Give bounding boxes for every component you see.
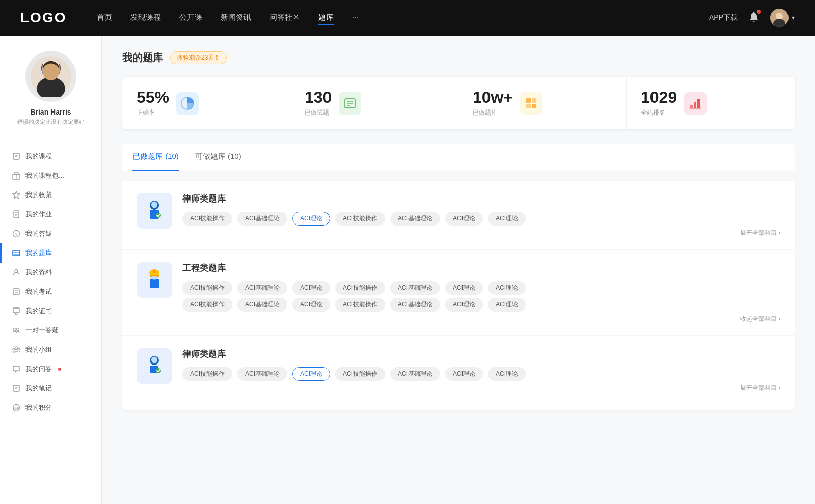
svg-rect-7 [13, 153, 19, 159]
trial-badge: 体验剩余23天！ [170, 51, 227, 64]
tag[interactable]: ACI理论 [445, 367, 483, 381]
tag[interactable]: ACI基础理论 [390, 281, 440, 295]
nav-qbank[interactable]: 题库 [318, 11, 334, 25]
nav-news[interactable]: 新闻资讯 [221, 11, 251, 25]
notes-icon [12, 384, 20, 393]
svg-point-63 [151, 276, 158, 280]
qbank-card-1-tags: ACI技能操作 ACI基础理论 ACI理论 ACI技能操作 ACI基础理论 AC… [182, 212, 780, 226]
tag[interactable]: ACI技能操作 [335, 212, 385, 226]
nav-open-course[interactable]: 公开课 [179, 11, 202, 25]
sidebar-item-my-qanda[interactable]: 我的问答 [0, 359, 101, 379]
tab-todo[interactable]: 可做题库 (10) [195, 144, 241, 171]
sidebar-item-my-course[interactable]: 我的课程 [0, 147, 101, 166]
svg-rect-47 [532, 104, 536, 108]
tab-done[interactable]: 已做题库 (10) [132, 144, 179, 171]
sidebar-item-my-homework[interactable]: 我的作业 [0, 205, 101, 224]
sidebar-item-my-course-pkg[interactable]: 我的课程包... [0, 166, 101, 185]
tag[interactable]: ACI技能操作 [182, 281, 232, 295]
sidebar-item-my-qa[interactable]: ? 我的答疑 [0, 224, 101, 243]
tag[interactable]: ACI理论 [292, 281, 330, 295]
tag[interactable]: ACI理论 [445, 212, 483, 226]
stat-banks: 10w+ 已做题库 [458, 77, 627, 129]
lawyer2-icon [142, 354, 167, 378]
page-wrapper: Brian Harris 错误的决定比没有决定要好 我的课程 我的课程包... … [0, 36, 815, 504]
nav-menu: 首页 发现课程 公开课 新闻资讯 问答社区 题库 ··· [97, 11, 709, 25]
stat-ranking-icon-wrapper [684, 92, 707, 115]
app-download-button[interactable]: APP下载 [709, 13, 738, 22]
nav-more[interactable]: ··· [352, 11, 359, 25]
tag[interactable]: ACI基础理论 [237, 367, 287, 381]
stat-accuracy-label: 正确率 [137, 108, 169, 117]
pie-chart-icon [180, 96, 195, 111]
profile-motto: 错误的决定比没有决定要好 [7, 118, 95, 126]
tag[interactable]: ACI技能操作 [335, 367, 385, 381]
grid-icon [524, 96, 539, 111]
svg-point-31 [15, 347, 18, 350]
svg-point-65 [151, 357, 157, 363]
tag[interactable]: ACI理论 [445, 298, 483, 312]
qanda-red-dot [58, 368, 61, 371]
svg-marker-13 [13, 191, 20, 199]
tag[interactable]: ACI理论 [445, 281, 483, 295]
sidebar-item-my-points[interactable]: 积分 我的积分 [0, 398, 101, 417]
expand-link-3[interactable]: 展开全部科目 › [182, 384, 780, 393]
qbank-card-2-tags-row1: ACI技能操作 ACI基础理论 ACI理论 ACI技能操作 ACI基础理论 AC… [182, 281, 780, 295]
tag[interactable]: ACI基础理论 [390, 367, 440, 381]
qbank-section: 已做题库 (10) 可做题库 (10) [122, 144, 795, 410]
stat-questions-number: 130 [305, 89, 332, 105]
tag[interactable]: ACI理论 [488, 367, 526, 381]
tag[interactable]: ACI基础理论 [237, 281, 287, 295]
tag[interactable]: ACI基础理论 [390, 212, 440, 226]
sidebar-item-my-group[interactable]: 我的小组 [0, 340, 101, 359]
sidebar-item-my-profile[interactable]: 我的资料 [0, 263, 101, 282]
qbank-card-3-icon [137, 348, 172, 384]
tag[interactable]: ACI基础理论 [237, 212, 287, 226]
user-avatar-menu[interactable]: ▾ [770, 9, 795, 27]
stat-questions-label: 已做试题 [305, 108, 332, 117]
qbank-card-1-icon [137, 193, 172, 229]
package-icon [12, 172, 20, 180]
nav-home[interactable]: 首页 [97, 11, 112, 25]
course-icon [12, 152, 20, 160]
sidebar-item-my-qbank[interactable]: 我的题库 [0, 243, 101, 263]
sidebar-menu: 我的课程 我的课程包... 我的收藏 我的作业 ? 我的答疑 [0, 147, 101, 417]
svg-point-28 [15, 313, 17, 315]
tag[interactable]: ACI理论 [292, 367, 330, 381]
nav-qa[interactable]: 问答社区 [269, 11, 300, 25]
main-content: 我的题库 体验剩余23天！ 55% 正确率 [102, 36, 815, 504]
qbank-card-1: 律师类题库 ACI技能操作 ACI基础理论 ACI理论 ACI技能操作 ACI基… [122, 181, 795, 250]
tag[interactable]: ACI技能操作 [335, 281, 385, 295]
tag[interactable]: ACI基础理论 [237, 298, 287, 312]
tag[interactable]: ACI技能操作 [335, 298, 385, 312]
tag[interactable]: ACI理论 [488, 281, 526, 295]
stat-accuracy-number: 55% [137, 89, 169, 105]
tag[interactable]: ACI理论 [488, 298, 526, 312]
tag[interactable]: ACI技能操作 [182, 298, 232, 312]
qbank-list: 律师类题库 ACI技能操作 ACI基础理论 ACI理论 ACI技能操作 ACI基… [122, 181, 795, 410]
sidebar-item-one-on-one[interactable]: 一对一答疑 [0, 321, 101, 340]
notification-bell[interactable] [748, 11, 760, 25]
nav-discover[interactable]: 发现课程 [130, 11, 161, 25]
svg-rect-50 [697, 99, 700, 108]
sidebar-item-my-favorites[interactable]: 我的收藏 [0, 185, 101, 205]
tag[interactable]: ACI技能操作 [182, 367, 232, 381]
tag[interactable]: ACI理论 [292, 298, 330, 312]
tag[interactable]: ACI基础理论 [390, 298, 440, 312]
expand-link-1[interactable]: 展开全部科目 › [182, 229, 780, 237]
svg-rect-20 [13, 250, 20, 256]
tag[interactable]: ACI理论 [292, 212, 330, 226]
qanda-icon [12, 365, 20, 373]
tag[interactable]: ACI理论 [488, 212, 526, 226]
qbank-card-3: 律师类题库 ACI技能操作 ACI基础理论 ACI理论 ACI技能操作 ACI基… [122, 336, 795, 405]
qbank-card-2-tags-row2: ACI技能操作 ACI基础理论 ACI理论 ACI技能操作 ACI基础理论 AC… [182, 298, 780, 312]
svg-point-29 [14, 328, 16, 331]
tag[interactable]: ACI技能操作 [182, 212, 232, 226]
svg-rect-46 [526, 104, 531, 108]
sidebar-item-my-exam[interactable]: 我的考试 [0, 282, 101, 301]
navbar: LOGO 首页 发现课程 公开课 新闻资讯 问答社区 题库 ··· APP下载 … [0, 0, 815, 36]
sidebar-item-my-notes[interactable]: 我的笔记 [0, 379, 101, 398]
collapse-link-2[interactable]: 收起全部科目 › [182, 315, 780, 323]
chevron-down-icon: ▾ [792, 14, 795, 21]
notification-dot [757, 10, 761, 14]
sidebar-item-my-cert[interactable]: 我的证书 [0, 301, 101, 321]
